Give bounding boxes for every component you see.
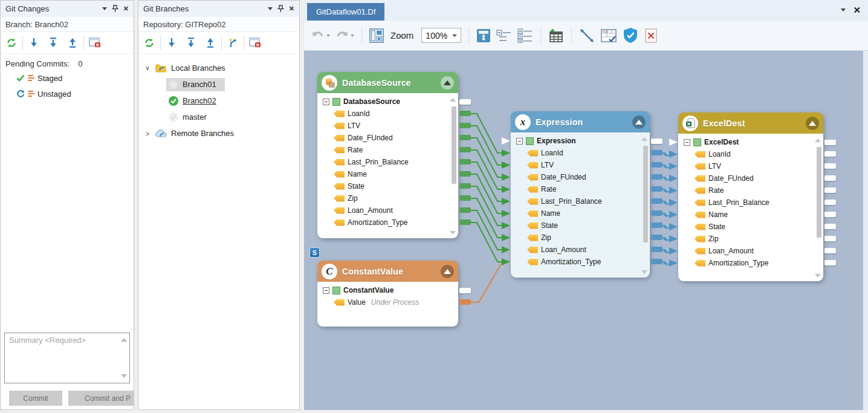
node-output-port[interactable] — [459, 288, 471, 293]
field-output-port[interactable] — [651, 174, 662, 180]
field-output-port[interactable] — [824, 151, 836, 157]
dataflow-link[interactable] — [662, 213, 669, 216]
node-output-port[interactable] — [459, 99, 471, 105]
field-row[interactable]: Amortization_Type — [317, 216, 458, 229]
field-row[interactable]: State — [511, 220, 650, 232]
field-output-port[interactable] — [651, 162, 662, 167]
field-row[interactable]: Date_FUnded — [678, 172, 823, 184]
field-input-arrow[interactable] — [669, 175, 678, 182]
field-row[interactable]: Loan_Amount — [511, 244, 650, 256]
field-output-port[interactable] — [651, 186, 662, 192]
panel-menu-caret-icon[interactable] — [102, 7, 107, 10]
field-row[interactable]: State — [678, 221, 823, 233]
dataflow-link[interactable] — [662, 165, 669, 168]
field-output-port[interactable] — [459, 171, 471, 177]
new-branch-icon[interactable] — [224, 34, 241, 51]
collapse-tree-icon[interactable] — [496, 27, 512, 45]
field-row[interactable]: LTV — [511, 159, 650, 171]
scroll-up-icon[interactable] — [450, 98, 456, 102]
field-input-arrow[interactable] — [669, 199, 678, 206]
collapse-node-icon[interactable] — [441, 265, 454, 278]
field-output-port[interactable] — [824, 200, 836, 205]
field-output-port[interactable] — [651, 247, 662, 252]
field-output-port[interactable] — [824, 248, 836, 253]
collapse-tree-icon[interactable] — [323, 99, 329, 105]
field-input-arrow[interactable] — [502, 198, 510, 205]
field-input-arrow[interactable] — [502, 258, 510, 265]
redo-icon[interactable] — [335, 27, 354, 45]
field-input-arrow[interactable] — [502, 210, 510, 217]
field-output-port[interactable] — [459, 135, 471, 140]
unstaged-item[interactable]: Unstaged — [1, 86, 134, 102]
field-input-arrow[interactable] — [502, 246, 510, 253]
expand-tree-icon[interactable] — [517, 27, 533, 45]
field-input-arrow[interactable] — [502, 222, 510, 229]
field-row[interactable]: Rate — [678, 184, 823, 197]
field-output-port[interactable] — [459, 299, 471, 305]
dataflow-link[interactable] — [662, 226, 669, 229]
node-constant-value[interactable]: C ConstantValue ConstantValue Value Unde — [317, 261, 458, 327]
field-input-arrow[interactable] — [669, 187, 678, 194]
field-row[interactable]: State — [317, 180, 458, 192]
refresh-icon[interactable] — [141, 34, 158, 51]
chevron-expanded-icon[interactable]: ∨ — [143, 64, 152, 72]
tab-gitdataflow01[interactable]: GitDataflow01.Df — [307, 3, 384, 21]
pull-arrow-icon[interactable] — [163, 34, 180, 51]
refresh-icon[interactable] — [3, 34, 20, 51]
remote-branches-node[interactable]: > Remote Branches — [138, 125, 299, 141]
field-input-arrow[interactable] — [502, 149, 510, 157]
field-output-port[interactable] — [459, 159, 471, 164]
shared-action-badge[interactable]: S — [309, 247, 320, 258]
field-input-arrow[interactable] — [669, 247, 678, 255]
field-output-port[interactable] — [651, 210, 662, 216]
field-row[interactable]: Date_FUnded — [317, 132, 458, 144]
field-output-port[interactable] — [824, 224, 836, 229]
field-row[interactable]: Last_Prin_Balance — [678, 197, 823, 209]
field-input-arrow[interactable] — [669, 163, 678, 170]
field-output-port[interactable] — [651, 235, 662, 240]
scroll-up-icon[interactable] — [815, 138, 821, 142]
root-element-row[interactable]: ExcelDest — [678, 136, 823, 148]
field-row[interactable]: Amortization_Type — [511, 256, 650, 268]
branch-item-branch02[interactable]: Branch02 — [138, 93, 299, 109]
field-input-arrow[interactable] — [502, 186, 510, 193]
add-table-icon[interactable] — [548, 27, 564, 45]
field-output-port[interactable] — [824, 175, 836, 181]
commit-and-push-button[interactable]: Commit and P — [68, 391, 134, 406]
staged-item[interactable]: Staged — [1, 70, 134, 86]
field-output-port[interactable] — [459, 195, 471, 201]
node-output-port[interactable] — [651, 138, 662, 144]
node-expression[interactable]: x Expression Expression — [511, 111, 650, 278]
field-row[interactable]: Loan_Amount — [317, 204, 458, 216]
zoom-dropdown[interactable]: 100% — [421, 28, 461, 43]
node-database-source[interactable]: DatabaseSource DatabaseSource — [317, 72, 458, 238]
scroll-thumb[interactable] — [643, 146, 648, 242]
field-row[interactable]: Last_Prin_Balance — [511, 195, 650, 207]
node-input-arrow[interactable] — [669, 138, 678, 146]
pull-from-bar-icon[interactable] — [183, 34, 199, 51]
field-row[interactable]: Amortization_Type — [678, 257, 823, 269]
scroll-down-icon[interactable] — [815, 274, 821, 278]
field-row[interactable]: LoanId — [511, 147, 650, 159]
branch-item-branch01[interactable]: Branch01 — [138, 76, 299, 93]
field-output-port[interactable] — [824, 187, 836, 193]
field-output-port[interactable] — [459, 123, 471, 128]
field-row[interactable]: Zip — [317, 192, 458, 204]
field-input-arrow[interactable] — [669, 259, 678, 267]
field-row[interactable]: LTV — [317, 120, 458, 132]
root-element-row[interactable]: DatabaseSource — [317, 96, 458, 108]
push-from-bar-icon[interactable] — [64, 34, 81, 51]
dataflow-link[interactable] — [470, 114, 502, 153]
field-output-port[interactable] — [459, 183, 471, 189]
collapse-tree-icon[interactable] — [323, 287, 329, 294]
scroll-up-icon[interactable] — [641, 137, 647, 141]
scroll-down-icon[interactable] — [121, 374, 127, 378]
field-output-port[interactable] — [459, 220, 471, 225]
field-output-port[interactable] — [459, 207, 471, 213]
scroll-thumb[interactable] — [817, 147, 821, 238]
field-input-arrow[interactable] — [669, 151, 678, 158]
field-row[interactable]: LTV — [678, 160, 823, 172]
preview-panel-icon[interactable] — [369, 27, 384, 45]
field-row[interactable]: Date_FUnded — [511, 171, 650, 183]
close-document-icon[interactable]: ✕ — [853, 5, 861, 15]
